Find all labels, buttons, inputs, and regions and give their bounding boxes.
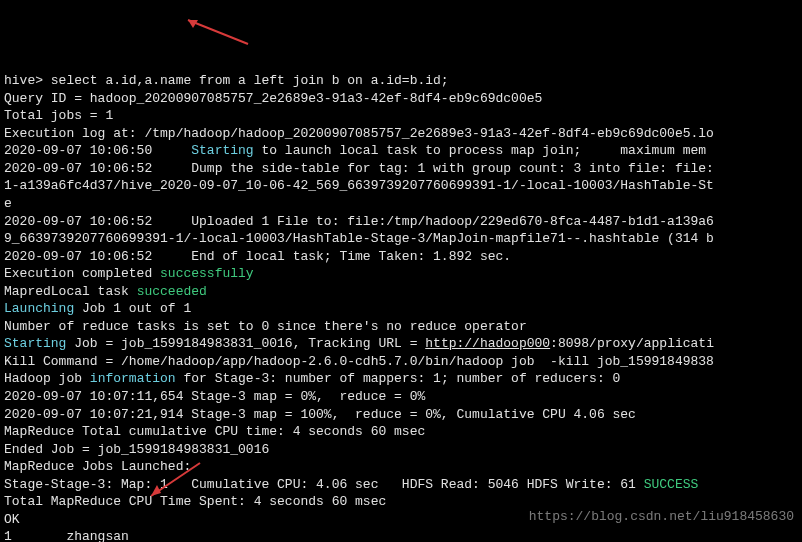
terminal-line: Launching Job 1 out of 1 — [4, 300, 798, 318]
terminal-line: 2020-09-07 10:06:50 Starting to launch l… — [4, 142, 798, 160]
terminal-line: Hadoop job information for Stage-3: numb… — [4, 370, 798, 388]
terminal-text: 2020-09-07 10:07:21,914 Stage-3 map = 10… — [4, 407, 636, 422]
terminal-keyword: SUCCESS — [644, 477, 699, 492]
terminal-text: 2020-09-07 10:06:52 Dump the side-table … — [4, 161, 714, 176]
terminal-line: Total jobs = 1 — [4, 107, 798, 125]
terminal-line: Number of reduce tasks is set to 0 since… — [4, 318, 798, 336]
terminal-text: Hadoop job — [4, 371, 90, 386]
terminal-line: 2020-09-07 10:07:11,654 Stage-3 map = 0%… — [4, 388, 798, 406]
terminal-text: Stage-Stage-3: Map: 1 Cumulative CPU: 4.… — [4, 477, 644, 492]
terminal-line: Execution completed successfully — [4, 265, 798, 283]
terminal-keyword: information — [90, 371, 176, 386]
terminal-keyword: Starting — [191, 143, 253, 158]
terminal-keyword: successfully — [160, 266, 254, 281]
terminal-line: Query ID = hadoop_20200907085757_2e2689e… — [4, 90, 798, 108]
terminal-text: Query ID = hadoop_20200907085757_2e2689e… — [4, 91, 542, 106]
terminal-text: Ended Job = job_1599184983831_0016 — [4, 442, 269, 457]
terminal-text: MapReduce Total cumulative CPU time: 4 s… — [4, 424, 425, 439]
terminal-line: Kill Command = /home/hadoop/app/hadoop-2… — [4, 353, 798, 371]
terminal-text: Total MapReduce CPU Time Spent: 4 second… — [4, 494, 386, 509]
terminal-keyword: Launching — [4, 301, 74, 316]
terminal-text: 2020-09-07 10:06:52 End of local task; T… — [4, 249, 511, 264]
terminal-text: 2020-09-07 10:06:52 Uploaded 1 File to: … — [4, 214, 714, 229]
terminal-line: Execution log at: /tmp/hadoop/hadoop_202… — [4, 125, 798, 143]
terminal-line: 2020-09-07 10:06:52 End of local task; T… — [4, 248, 798, 266]
terminal-line: e — [4, 195, 798, 213]
terminal-text: MapReduce Jobs Launched: — [4, 459, 191, 474]
terminal-text: :8098/proxy/applicati — [550, 336, 714, 351]
terminal-text: for Stage-3: number of mappers: 1; numbe… — [176, 371, 621, 386]
terminal-text: OK — [4, 512, 20, 527]
terminal-text: 1 zhangsan — [4, 529, 129, 542]
terminal-keyword: Starting — [4, 336, 66, 351]
terminal-text: Kill Command = /home/hadoop/app/hadoop-2… — [4, 354, 714, 369]
terminal-output[interactable]: hive> select a.id,a.name from a left joi… — [4, 72, 798, 542]
terminal-text: Number of reduce tasks is set to 0 since… — [4, 319, 527, 334]
terminal-text: e — [4, 196, 12, 211]
terminal-text: MapredLocal task — [4, 284, 137, 299]
terminal-line: hive> select a.id,a.name from a left joi… — [4, 72, 798, 90]
terminal-keyword: succeeded — [137, 284, 207, 299]
terminal-text: Job = job_1599184983831_0016, Tracking U… — [66, 336, 425, 351]
terminal-line: 2020-09-07 10:07:21,914 Stage-3 map = 10… — [4, 406, 798, 424]
terminal-line: Ended Job = job_1599184983831_0016 — [4, 441, 798, 459]
terminal-keyword: http://hadoop000 — [425, 336, 550, 351]
terminal-line: MapredLocal task succeeded — [4, 283, 798, 301]
terminal-text: Total jobs = 1 — [4, 108, 113, 123]
terminal-text: 2020-09-07 10:06:50 — [4, 143, 191, 158]
svg-marker-1 — [188, 20, 198, 28]
terminal-line: Stage-Stage-3: Map: 1 Cumulative CPU: 4.… — [4, 476, 798, 494]
terminal-text: Job 1 out of 1 — [74, 301, 191, 316]
terminal-line: MapReduce Jobs Launched: — [4, 458, 798, 476]
terminal-line: 1-a139a6fc4d37/hive_2020-09-07_10-06-42_… — [4, 177, 798, 195]
terminal-line: 2020-09-07 10:06:52 Dump the side-table … — [4, 160, 798, 178]
terminal-text: to launch local task to process map join… — [254, 143, 706, 158]
terminal-text: Execution completed — [4, 266, 160, 281]
terminal-line: 1 zhangsan — [4, 528, 798, 542]
terminal-text: 9_6639739207760699391-1/-local-10003/Has… — [4, 231, 714, 246]
annotation-arrow-icon — [180, 16, 250, 46]
terminal-text: Execution log at: /tmp/hadoop/hadoop_202… — [4, 126, 714, 141]
watermark-text: https://blog.csdn.net/liu918458630 — [529, 508, 794, 526]
terminal-text: 2020-09-07 10:07:11,654 Stage-3 map = 0%… — [4, 389, 425, 404]
svg-line-0 — [188, 20, 248, 44]
terminal-text: hive> select a.id,a.name from a left joi… — [4, 73, 449, 88]
terminal-text: 1-a139a6fc4d37/hive_2020-09-07_10-06-42_… — [4, 178, 714, 193]
terminal-line: MapReduce Total cumulative CPU time: 4 s… — [4, 423, 798, 441]
terminal-line: 9_6639739207760699391-1/-local-10003/Has… — [4, 230, 798, 248]
terminal-line: 2020-09-07 10:06:52 Uploaded 1 File to: … — [4, 213, 798, 231]
terminal-line: Starting Job = job_1599184983831_0016, T… — [4, 335, 798, 353]
